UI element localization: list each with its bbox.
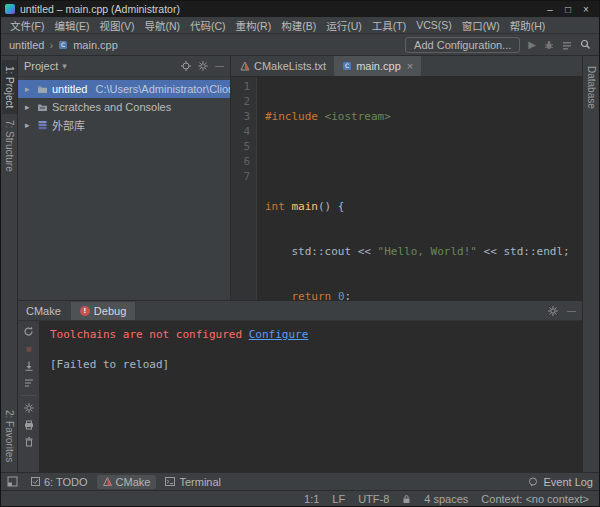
caret-position[interactable]: 1:1 bbox=[304, 493, 319, 505]
chevron-right-icon[interactable]: ▸ bbox=[25, 102, 33, 112]
right-tool-stripe: Database bbox=[582, 56, 599, 472]
debug-tab-label: Debug bbox=[94, 305, 126, 317]
scroll-to-end-icon[interactable] bbox=[24, 361, 34, 371]
menu-view[interactable]: 视图(V) bbox=[94, 17, 139, 34]
coverage-icon[interactable] bbox=[562, 40, 572, 50]
tree-item-path: C:\Users\Administrator\ClionProjects\unt… bbox=[95, 83, 230, 95]
menu-code[interactable]: 代码(C) bbox=[185, 17, 231, 34]
context-indicator[interactable]: Context: <no context> bbox=[481, 493, 589, 505]
menu-window[interactable]: 窗口(W) bbox=[457, 17, 505, 34]
project-tree: ▸ untitled C:\Users\Administrator\ClionP… bbox=[18, 77, 230, 300]
code-token: main bbox=[292, 200, 319, 213]
tool-button-terminal[interactable]: Terminal bbox=[159, 475, 227, 489]
menu-vcs[interactable]: VCS(S) bbox=[411, 18, 457, 32]
editor-gutter[interactable]: 1 2 3 4 5 6 7 bbox=[231, 77, 257, 300]
line-number: 2 bbox=[231, 94, 250, 109]
center-column: Project ▾ — bbox=[18, 56, 582, 472]
failed-to-reload-text: [Failed to reload] bbox=[50, 357, 572, 372]
configure-link[interactable]: Configure bbox=[249, 328, 309, 341]
code-token: int bbox=[265, 200, 285, 213]
breadcrumb-file[interactable]: main.cpp bbox=[73, 39, 118, 51]
breadcrumb-project[interactable]: untitled bbox=[9, 39, 44, 51]
chevron-right-icon[interactable]: ▸ bbox=[25, 84, 33, 94]
event-log-icon[interactable] bbox=[528, 477, 538, 487]
menu-refactor[interactable]: 重构(R) bbox=[231, 17, 277, 34]
indent-indicator[interactable]: 4 spaces bbox=[424, 493, 468, 505]
event-log-label[interactable]: Event Log bbox=[543, 476, 593, 488]
code-token: return bbox=[292, 290, 332, 300]
menu-build[interactable]: 构建(B) bbox=[276, 17, 321, 34]
encoding-indicator[interactable]: UTF-8 bbox=[358, 493, 389, 505]
terminal-label: Terminal bbox=[179, 476, 221, 488]
project-panel-title[interactable]: Project bbox=[24, 60, 58, 72]
cpp-file-icon: C bbox=[342, 61, 352, 71]
maximize-icon[interactable]: □ bbox=[559, 4, 577, 15]
code-line-2 bbox=[265, 154, 582, 169]
reload-cmake-icon[interactable] bbox=[23, 326, 34, 337]
caret-down-icon[interactable]: ▾ bbox=[62, 61, 67, 71]
tool-button-project[interactable]: 1: Project bbox=[2, 60, 17, 114]
line-number: 5 bbox=[231, 139, 250, 154]
run-icon[interactable]: ▶ bbox=[528, 39, 536, 50]
add-configuration-button[interactable]: Add Configuration... bbox=[405, 37, 520, 53]
tree-item-scratches[interactable]: ▸ Scratches and Consoles bbox=[18, 98, 230, 116]
hide-panel-icon[interactable]: — bbox=[215, 61, 224, 71]
tool-button-todo[interactable]: 6: TODO bbox=[25, 475, 94, 489]
hide-panel-icon[interactable]: — bbox=[567, 306, 576, 316]
tree-item-name: untitled bbox=[52, 83, 87, 95]
tool-button-structure[interactable]: 7: Structure bbox=[2, 114, 17, 178]
soft-wrap-icon[interactable] bbox=[24, 378, 34, 388]
menu-help[interactable]: 帮助(H) bbox=[505, 17, 551, 34]
todo-icon bbox=[31, 477, 40, 486]
settings-gear-icon[interactable] bbox=[548, 306, 558, 316]
cmake-panel-title[interactable]: CMake bbox=[24, 305, 63, 317]
line-number: 3 bbox=[231, 109, 250, 124]
search-everywhere-icon[interactable] bbox=[580, 39, 591, 50]
clear-all-icon[interactable] bbox=[24, 437, 34, 447]
menu-tools[interactable]: 工具(T) bbox=[367, 17, 411, 34]
lock-icon[interactable] bbox=[402, 494, 411, 504]
debug-profile-tab[interactable]: ! Debug bbox=[71, 302, 135, 320]
svg-text:C: C bbox=[61, 41, 65, 48]
tab-main-cpp[interactable]: C main.cpp × bbox=[334, 56, 421, 76]
cmake-file-icon bbox=[240, 61, 250, 71]
chevron-right-icon[interactable]: ▸ bbox=[25, 120, 33, 130]
line-number: 7 bbox=[231, 169, 250, 184]
stop-icon[interactable]: ■ bbox=[25, 344, 31, 354]
navigation-bar: untitled › C main.cpp Add Configuration.… bbox=[1, 34, 599, 56]
main-area: 1: Project 7: Structure 2: Favorites Pro… bbox=[1, 56, 599, 472]
print-icon[interactable] bbox=[24, 420, 34, 430]
line-ending-indicator[interactable]: LF bbox=[332, 493, 345, 505]
tool-window-switcher-icon[interactable] bbox=[7, 476, 18, 487]
tab-cmakelists[interactable]: CMakeLists.txt bbox=[232, 56, 334, 76]
settings-gear-icon[interactable] bbox=[24, 403, 34, 413]
close-icon[interactable]: × bbox=[577, 4, 595, 15]
tab-close-icon[interactable]: × bbox=[407, 60, 413, 72]
settings-gear-icon[interactable] bbox=[198, 61, 208, 71]
terminal-icon bbox=[165, 477, 175, 486]
cmake-console-output[interactable]: Toolchains are not configured Configure … bbox=[40, 321, 582, 472]
titlebar: untitled – main.cpp (Administrator) – □ … bbox=[1, 1, 599, 17]
clion-logo-icon bbox=[5, 4, 15, 14]
menu-navigate[interactable]: 导航(N) bbox=[139, 17, 185, 34]
code-content[interactable]: #include <iostream> int main() { std::co… bbox=[257, 77, 582, 300]
code-token: 0 bbox=[338, 290, 345, 300]
debug-bug-icon[interactable] bbox=[544, 40, 554, 50]
tool-button-database[interactable]: Database bbox=[584, 60, 599, 115]
tool-button-favorites[interactable]: 2: Favorites bbox=[2, 404, 17, 468]
tree-item-external-libraries[interactable]: ▸ 外部库 bbox=[18, 116, 230, 134]
menu-edit[interactable]: 编辑(E) bbox=[49, 17, 94, 34]
tree-item-untitled[interactable]: ▸ untitled C:\Users\Administrator\ClionP… bbox=[18, 80, 230, 98]
todo-label: 6: TODO bbox=[44, 476, 88, 488]
toolbar-divider bbox=[22, 395, 36, 396]
code-token: #include bbox=[265, 110, 318, 123]
locate-file-icon[interactable] bbox=[181, 61, 191, 71]
menu-file[interactable]: 文件(F) bbox=[5, 17, 49, 34]
code-line-4: std::cout << "Hello, World!" << std::end… bbox=[265, 244, 582, 259]
cmake-panel-body: ■ bbox=[18, 321, 582, 472]
editor-body[interactable]: 1 2 3 4 5 6 7 #include <iostream> int ma… bbox=[231, 77, 582, 300]
minimize-icon[interactable]: – bbox=[541, 4, 559, 15]
left-tool-stripe: 1: Project 7: Structure 2: Favorites bbox=[1, 56, 18, 472]
menu-run[interactable]: 运行(U) bbox=[321, 17, 367, 34]
tool-button-cmake[interactable]: CMake bbox=[97, 475, 157, 489]
